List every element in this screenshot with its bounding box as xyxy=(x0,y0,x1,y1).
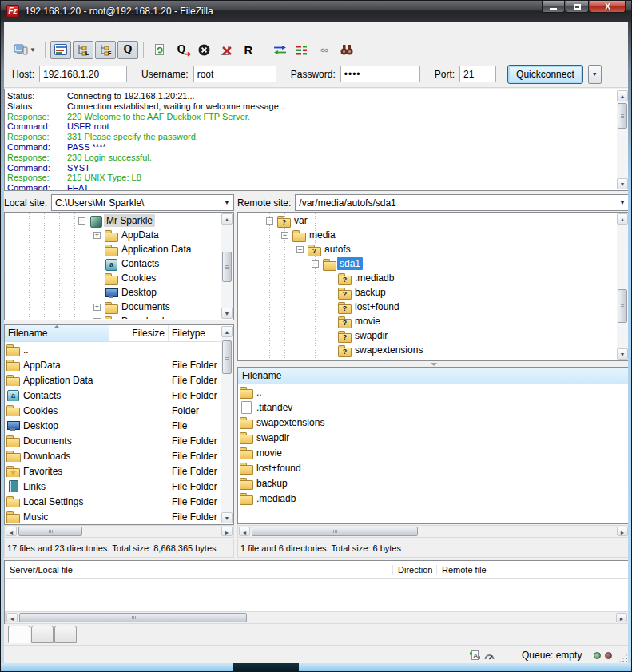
close-button[interactable]: X xyxy=(590,1,626,13)
menu-item[interactable] xyxy=(23,28,36,31)
directory-comparison-button[interactable] xyxy=(269,41,290,59)
remote-tree-scrollbar-thumb[interactable] xyxy=(618,289,627,323)
file-row[interactable]: Contacts File Folder xyxy=(5,388,221,403)
tree-node-label[interactable]: autofs xyxy=(322,243,353,256)
host-input[interactable] xyxy=(39,66,127,82)
column-header-filetype[interactable]: Filetype xyxy=(169,325,221,341)
file-row[interactable]: Cookies Folder xyxy=(5,403,221,418)
menu-item[interactable] xyxy=(36,28,49,31)
tree-node[interactable]: dvd xyxy=(239,357,617,360)
tree-node[interactable]: − Mr Sparkle xyxy=(6,213,221,228)
local-site-combobox[interactable]: C:\Users\Mr Sparkle\ ▼ xyxy=(51,194,234,211)
tree-expander[interactable]: + xyxy=(93,318,101,320)
tree-node[interactable]: movie xyxy=(239,314,617,328)
file-row[interactable]: swapdir xyxy=(238,430,629,445)
local-tree-scrollbar[interactable]: ▲ ▼ xyxy=(221,213,233,319)
local-list-scrollbar[interactable]: ▲ ▼ xyxy=(221,326,233,523)
menu-item[interactable] xyxy=(100,28,113,31)
file-row[interactable]: swapextensions xyxy=(238,415,629,430)
reconnect-button[interactable]: R xyxy=(238,41,259,59)
remote-pane-splitter[interactable] xyxy=(237,361,630,367)
tree-node-label[interactable]: backup xyxy=(352,286,388,299)
minimize-button[interactable] xyxy=(542,1,565,13)
tree-node[interactable]: − autofs xyxy=(239,242,617,256)
tree-expander[interactable]: − xyxy=(78,217,85,225)
scroll-up-icon[interactable]: ▲ xyxy=(221,213,233,225)
file-row[interactable]: .. xyxy=(5,342,221,357)
site-manager-button[interactable]: ▼ xyxy=(10,41,40,59)
quickconnect-dropdown-button[interactable]: ▼ xyxy=(588,65,602,84)
chevron-down-icon[interactable]: ▼ xyxy=(619,199,626,206)
scroll-up-icon[interactable]: ▲ xyxy=(617,213,628,225)
column-header-filesize[interactable]: Filesize xyxy=(109,325,169,341)
column-header-remote-file[interactable]: Remote file xyxy=(437,565,629,575)
file-row[interactable]: .mediadb xyxy=(238,491,629,506)
toggle-message-log-button[interactable] xyxy=(50,41,71,59)
file-row[interactable]: AppData File Folder xyxy=(5,357,221,372)
scroll-right-icon[interactable]: ► xyxy=(221,527,233,536)
column-header-filename[interactable]: Filename xyxy=(5,325,109,341)
remote-site-combobox[interactable]: /var/media/autofs/sda1 ▼ xyxy=(295,194,630,211)
local-list-hscrollbar-thumb[interactable] xyxy=(18,527,82,536)
tree-node[interactable]: − media xyxy=(239,228,617,242)
file-row[interactable]: Documents File Folder xyxy=(5,433,221,448)
tree-node-label[interactable]: Cookies xyxy=(119,272,158,284)
synchronized-browsing-button[interactable]: ∞ xyxy=(314,41,335,59)
tree-node-label[interactable]: AppData xyxy=(119,229,161,241)
disconnect-button[interactable] xyxy=(216,41,237,59)
tree-node[interactable]: swapextensions xyxy=(239,343,617,357)
tree-node-label[interactable]: movie xyxy=(352,315,383,328)
scroll-down-icon[interactable]: ▼ xyxy=(221,308,233,319)
maximize-button[interactable] xyxy=(566,1,589,13)
tree-node-label[interactable]: sda1 xyxy=(337,257,363,270)
scroll-up-icon[interactable]: ▲ xyxy=(617,90,628,101)
file-row[interactable]: .. xyxy=(238,384,629,400)
menu-item[interactable] xyxy=(49,28,62,31)
tree-expander[interactable]: + xyxy=(93,232,101,239)
remote-tree-scrollbar[interactable]: ▲ ▼ xyxy=(617,213,628,360)
tree-expander[interactable]: − xyxy=(281,232,288,239)
file-row[interactable]: movie xyxy=(238,445,629,460)
tree-node[interactable]: swapdir xyxy=(239,328,617,343)
tree-node-label[interactable]: swapextensions xyxy=(352,344,425,356)
tree-expander[interactable]: − xyxy=(312,260,319,268)
file-row[interactable]: Desktop File xyxy=(5,418,221,433)
remote-list-hscrollbar-thumb[interactable] xyxy=(252,527,418,536)
scroll-left-icon[interactable]: ◄ xyxy=(6,613,18,622)
menu-item[interactable] xyxy=(74,28,87,31)
queue-tab[interactable] xyxy=(8,626,30,643)
tree-expander[interactable]: − xyxy=(296,246,304,253)
tree-expander[interactable]: + xyxy=(93,304,101,311)
local-tree-scrollbar-thumb[interactable] xyxy=(222,252,232,282)
menu-item[interactable] xyxy=(87,28,100,31)
menu-item[interactable] xyxy=(10,28,23,31)
tree-node[interactable]: − var xyxy=(239,213,617,228)
scroll-down-icon[interactable]: ▼ xyxy=(221,512,233,523)
file-row[interactable]: Downloads File Folder xyxy=(5,448,221,463)
toggle-local-tree-button[interactable]: L xyxy=(73,41,93,59)
cancel-button[interactable] xyxy=(193,41,214,59)
username-input[interactable] xyxy=(193,66,276,82)
chevron-down-icon[interactable]: ▼ xyxy=(224,199,230,206)
tree-node[interactable]: lost+found xyxy=(239,300,617,314)
tree-node[interactable]: − sda1 xyxy=(239,256,617,271)
file-row[interactable]: Application Data File Folder xyxy=(5,372,221,388)
scroll-left-icon[interactable]: ◄ xyxy=(6,527,17,536)
file-row[interactable]: Favorites File Folder xyxy=(5,463,221,479)
file-row[interactable]: Links File Folder xyxy=(5,479,221,494)
tree-node-label[interactable]: Downloads xyxy=(119,315,171,319)
tree-node-label[interactable]: .mediadb xyxy=(352,272,396,284)
tree-node-label[interactable]: media xyxy=(307,229,338,241)
tree-node[interactable]: Desktop xyxy=(6,285,221,300)
refresh-button[interactable] xyxy=(149,41,169,59)
scroll-left-icon[interactable]: ◄ xyxy=(239,527,250,536)
tree-node-label[interactable]: dvd xyxy=(322,358,342,360)
tree-node-label[interactable]: Desktop xyxy=(119,286,159,299)
tree-node-label[interactable]: Contacts xyxy=(119,257,161,270)
remote-list-hscrollbar[interactable]: ◄ ► xyxy=(237,525,630,538)
toggle-transfer-queue-button[interactable]: Q xyxy=(117,41,138,59)
queue-tab[interactable] xyxy=(31,626,54,643)
file-row[interactable]: .titandev xyxy=(238,400,629,415)
queue-tab[interactable] xyxy=(54,626,77,643)
file-search-button[interactable] xyxy=(336,41,357,59)
